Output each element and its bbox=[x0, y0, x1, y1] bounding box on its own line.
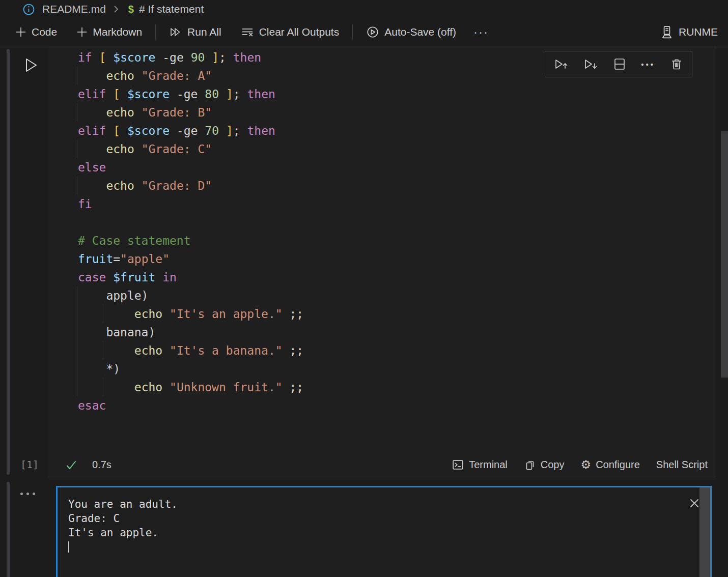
code-token: then bbox=[233, 51, 261, 64]
output-line: It's an apple. bbox=[68, 526, 710, 540]
code-token bbox=[219, 124, 226, 137]
output-cursor-line bbox=[68, 540, 710, 556]
code-line[interactable]: echo "It's a banana." ;; bbox=[48, 341, 716, 360]
code-line[interactable]: case $fruit in bbox=[48, 268, 716, 286]
chevron-right-icon bbox=[112, 5, 120, 14]
code-token bbox=[134, 106, 142, 119]
runme-button[interactable]: RUNME bbox=[658, 22, 720, 42]
code-token bbox=[106, 51, 113, 64]
execution-duration: 0.7s bbox=[92, 459, 111, 471]
code-line[interactable]: elif [ $score -ge 80 ]; then bbox=[48, 85, 716, 103]
code-line[interactable]: echo "Grade: D" bbox=[48, 177, 716, 195]
auto-save-button[interactable]: Auto-Save (off) bbox=[364, 22, 458, 42]
indent-guide bbox=[103, 305, 103, 323]
code-token: = bbox=[113, 252, 120, 266]
indent-guide bbox=[77, 305, 77, 323]
code-token: -ge bbox=[155, 51, 190, 64]
cell-output[interactable]: You are an adult.Grade: CIt's an apple. bbox=[56, 486, 712, 577]
code-token: ; bbox=[233, 88, 247, 101]
language-picker[interactable]: Shell Script bbox=[656, 459, 708, 471]
code-token: echo bbox=[106, 106, 134, 119]
code-token: banana) bbox=[78, 326, 155, 339]
code-line[interactable]: fi bbox=[48, 195, 716, 213]
clear-all-outputs-button[interactable]: Clear All Outputs bbox=[239, 23, 342, 41]
plus-icon bbox=[76, 26, 88, 38]
code-token: ;; bbox=[283, 381, 304, 394]
cell-toolbar: ••• bbox=[545, 51, 692, 77]
run-all-icon bbox=[169, 26, 182, 38]
run-all-button[interactable]: Run All bbox=[167, 23, 223, 41]
run-cell-button[interactable] bbox=[22, 55, 40, 75]
code-line[interactable]: esac bbox=[48, 396, 716, 415]
code-token: [ bbox=[99, 51, 106, 64]
code-line[interactable]: echo "Grade: C" bbox=[48, 140, 716, 158]
add-code-cell-button[interactable]: Code bbox=[13, 23, 59, 41]
auto-save-icon bbox=[366, 25, 379, 39]
code-line[interactable]: fruit="apple" bbox=[48, 250, 716, 268]
code-token: $score bbox=[127, 124, 170, 137]
code-token bbox=[219, 88, 226, 101]
code-line[interactable]: else bbox=[48, 158, 716, 177]
terminal-output[interactable]: You are an adult.Grade: CIt's an apple. bbox=[58, 487, 710, 556]
plus-icon bbox=[15, 26, 26, 38]
code-token: if bbox=[78, 51, 92, 64]
code-line[interactable]: echo "Grade: B" bbox=[48, 103, 716, 122]
code-token: 90 bbox=[191, 51, 205, 64]
code-token bbox=[78, 381, 134, 394]
cell-more-actions-button[interactable]: ••• bbox=[641, 60, 655, 69]
indent-guide bbox=[77, 177, 77, 195]
breadcrumb-file[interactable]: README.md bbox=[42, 3, 106, 15]
info-icon[interactable] bbox=[22, 3, 35, 16]
add-markdown-cell-button[interactable]: Markdown bbox=[74, 23, 144, 41]
output-focus-indicator[interactable] bbox=[7, 482, 10, 577]
code-editor[interactable]: if [ $score -ge 90 ]; then echo "Grade: … bbox=[48, 46, 716, 415]
code-token: "It's a banana." bbox=[170, 344, 283, 357]
code-token bbox=[134, 179, 142, 192]
indent-guide bbox=[103, 341, 103, 360]
copy-output-button[interactable]: Copy bbox=[524, 459, 565, 471]
code-token: "Grade: C" bbox=[142, 142, 212, 156]
breadcrumb-symbol[interactable]: $ bbox=[128, 4, 134, 15]
code-token: esac bbox=[78, 399, 106, 412]
runme-icon bbox=[660, 25, 674, 39]
code-token: echo bbox=[106, 142, 134, 156]
split-cell-button[interactable] bbox=[612, 57, 627, 71]
notebook-scrollbar-thumb[interactable] bbox=[721, 131, 728, 378]
code-line[interactable] bbox=[48, 213, 716, 232]
code-token bbox=[120, 124, 127, 137]
code-token: *) bbox=[78, 362, 120, 376]
code-token: echo bbox=[134, 344, 162, 357]
code-line[interactable]: apple) bbox=[48, 286, 716, 305]
execute-above-cells-button[interactable] bbox=[553, 57, 569, 71]
cell-focus-indicator[interactable] bbox=[7, 49, 10, 475]
code-token: $fruit bbox=[113, 271, 155, 284]
code-line[interactable]: banana) bbox=[48, 323, 716, 341]
code-cell[interactable]: if [ $score -ge 90 ]; then echo "Grade: … bbox=[48, 46, 716, 477]
code-line[interactable]: elif [ $score -ge 70 ]; then bbox=[48, 122, 716, 140]
configure-button[interactable]: ⚙ Configure bbox=[581, 459, 640, 471]
code-token bbox=[155, 271, 162, 284]
breadcrumb-section[interactable]: # If statement bbox=[139, 3, 204, 15]
code-line[interactable]: # Case statement bbox=[48, 232, 716, 250]
terminal-button[interactable]: Terminal bbox=[452, 458, 508, 471]
gear-icon: ⚙ bbox=[581, 459, 592, 471]
execute-cell-and-below-button[interactable] bbox=[583, 57, 598, 71]
output-menu-button[interactable] bbox=[18, 491, 37, 497]
code-token: ] bbox=[226, 88, 233, 101]
copy-icon bbox=[524, 459, 536, 471]
toolbar-more-actions-button[interactable]: ··· bbox=[471, 22, 491, 42]
output-scrollbar-thumb[interactable] bbox=[699, 487, 710, 577]
code-token: "Grade: D" bbox=[142, 179, 212, 192]
code-line[interactable]: echo "It's an apple." ;; bbox=[48, 305, 716, 323]
code-token bbox=[78, 69, 106, 82]
code-line[interactable]: *) bbox=[48, 360, 716, 378]
code-token bbox=[162, 381, 170, 394]
code-token: $score bbox=[127, 88, 170, 101]
indent-guide bbox=[77, 67, 77, 85]
code-token: elif bbox=[78, 88, 106, 101]
code-token: elif bbox=[78, 124, 106, 137]
delete-cell-button[interactable] bbox=[669, 57, 684, 71]
indent-guide bbox=[77, 140, 77, 158]
code-line[interactable]: echo "Unknown fruit." ;; bbox=[48, 378, 716, 396]
code-token: 80 bbox=[205, 88, 219, 101]
